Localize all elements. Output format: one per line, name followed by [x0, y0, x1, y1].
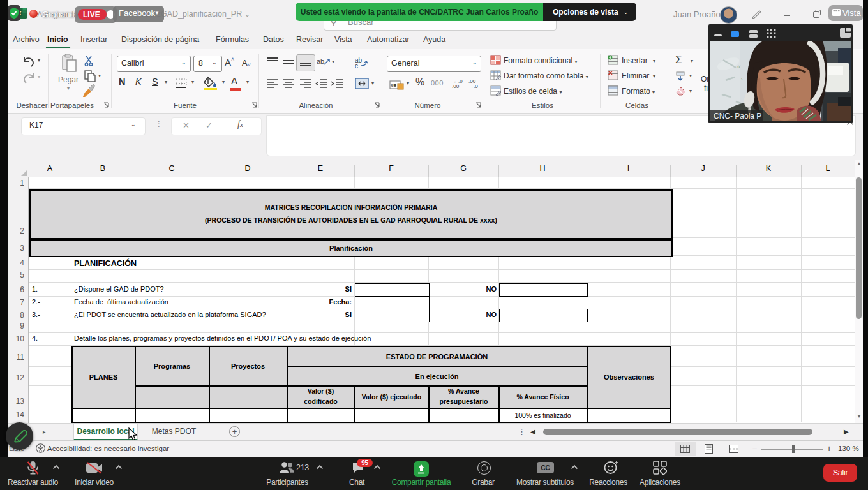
svg-text:ab: ab — [317, 57, 324, 65]
svg-text:«: « — [737, 63, 741, 70]
svg-text:‹: ‹ — [741, 76, 743, 82]
svg-text:→.0: →.0 — [468, 84, 478, 89]
svg-text:.00: .00 — [452, 84, 460, 89]
svg-text:¢■: ¢■ — [391, 82, 396, 88]
svg-text:·: · — [742, 90, 744, 96]
svg-text:c: c — [355, 63, 358, 69]
